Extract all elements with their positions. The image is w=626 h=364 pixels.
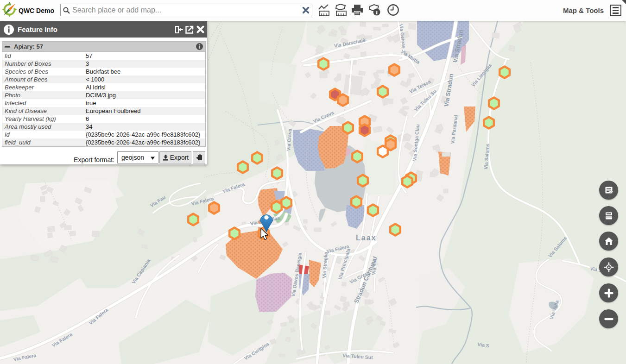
svg-text:Laax: Laax — [356, 234, 376, 242]
